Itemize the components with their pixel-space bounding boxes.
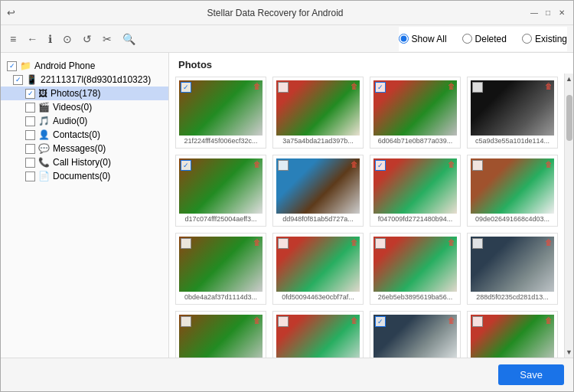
- main-area: ✓ 📁 Android Phone ✓ 📱 22111317l(8d9301d1…: [1, 53, 573, 358]
- filter-deleted[interactable]: Deleted: [462, 34, 507, 44]
- section-label: Photos: [169, 53, 573, 74]
- sidebar-item-photos[interactable]: ✓ 🖼 Photos(178): [1, 87, 168, 100]
- refresh-icon[interactable]: ↺: [80, 31, 95, 47]
- info-icon[interactable]: ℹ: [45, 31, 55, 47]
- sidebar-item-audio[interactable]: 🎵 Audio(0): [1, 114, 168, 128]
- sidebar-device[interactable]: ✓ 📱 22111317l(8d9301d10323): [1, 73, 168, 87]
- documents-checkbox[interactable]: [25, 172, 35, 181]
- photo-checkbox[interactable]: [278, 238, 289, 249]
- menu-icon[interactable]: ≡: [7, 31, 19, 47]
- scroll-down-arrow[interactable]: ▼: [564, 347, 573, 358]
- photo-thumbnail: ✓🗑: [373, 80, 457, 136]
- photo-item[interactable]: 🗑3a75a4bda21ad397b...: [272, 77, 364, 149]
- photo-checkbox[interactable]: [472, 316, 483, 327]
- filter-show-all[interactable]: Show All: [399, 34, 447, 44]
- photo-checkbox[interactable]: [472, 82, 483, 93]
- photo-checkbox[interactable]: [278, 82, 289, 93]
- photo-checkbox[interactable]: [375, 238, 386, 249]
- scan-icon[interactable]: ⊙: [60, 31, 75, 47]
- photo-delete-icon[interactable]: 🗑: [253, 82, 261, 90]
- back-icon[interactable]: ←: [24, 31, 41, 47]
- audio-checkbox[interactable]: [25, 116, 35, 126]
- sidebar-item-call-history[interactable]: 📞 Call History(0): [1, 155, 168, 169]
- photo-item[interactable]: ✓🗑f047009fd2721480b94...: [370, 155, 461, 227]
- photo-item[interactable]: 🗑3304edde4727d78185...: [175, 311, 266, 358]
- root-checkbox[interactable]: ✓: [7, 61, 17, 71]
- sidebar-item-documents[interactable]: 📄 Documents(0): [1, 169, 168, 183]
- photo-delete-icon[interactable]: 🗑: [545, 238, 553, 247]
- photo-item[interactable]: 🗑0bde4a2af37d1114d3...: [175, 233, 266, 305]
- cut-icon[interactable]: ✂: [99, 31, 115, 47]
- photos-checkbox[interactable]: ✓: [25, 89, 35, 99]
- photo-checkbox[interactable]: [181, 238, 191, 249]
- photo-checkbox[interactable]: [181, 316, 191, 327]
- photo-delete-icon[interactable]: 🗑: [545, 316, 553, 325]
- photo-delete-icon[interactable]: 🗑: [448, 316, 455, 325]
- photo-item[interactable]: 🗑26eb5eb3895619ba56...: [370, 233, 461, 305]
- photo-checkbox[interactable]: ✓: [181, 160, 191, 171]
- photo-item[interactable]: 🗑288d5f0235cd281d13...: [467, 233, 558, 305]
- photo-label: d17c074fff25004aeff3...: [179, 215, 263, 223]
- filter-show-all-label: Show All: [412, 34, 447, 44]
- close-button[interactable]: ✕: [556, 8, 567, 18]
- photo-item[interactable]: 🗑09de026491668c4d03...: [467, 155, 558, 227]
- photo-item[interactable]: ✓🗑21f224fff45f006ecf32c...: [175, 77, 266, 149]
- contacts-checkbox[interactable]: [25, 130, 35, 140]
- photo-checkbox[interactable]: [472, 160, 483, 171]
- photo-checkbox[interactable]: [278, 160, 289, 171]
- photo-thumbnail: 🗑: [179, 237, 263, 292]
- photo-delete-icon[interactable]: 🗑: [351, 82, 358, 90]
- scrollbar[interactable]: ▲ ▼: [564, 74, 573, 358]
- photo-delete-icon[interactable]: 🗑: [351, 160, 358, 168]
- device-checkbox[interactable]: ✓: [13, 75, 23, 85]
- photo-item[interactable]: 🗑3304edde4727d78185...: [467, 311, 558, 358]
- photo-checkbox[interactable]: [472, 238, 483, 249]
- photo-checkbox[interactable]: [278, 316, 289, 327]
- photo-checkbox[interactable]: ✓: [375, 160, 386, 171]
- videos-checkbox[interactable]: [25, 103, 35, 113]
- minimize-button[interactable]: —: [529, 8, 540, 18]
- filter-existing[interactable]: Existing: [522, 34, 567, 44]
- photo-delete-icon[interactable]: 🗑: [545, 82, 553, 90]
- photo-thumbnail: 🗑: [276, 237, 360, 292]
- sidebar-root[interactable]: ✓ 📁 Android Phone: [1, 59, 168, 73]
- photo-delete-icon[interactable]: 🗑: [448, 82, 455, 90]
- filter-bar: Show All Deleted Existing: [399, 27, 567, 51]
- photo-item[interactable]: ✓🗑6d064b71e0b877a039...: [370, 77, 461, 149]
- photo-item[interactable]: 🗑c5a9d3e55a101de114...: [467, 77, 558, 149]
- photo-grid: ✓🗑21f224fff45f006ecf32c...🗑3a75a4bda21ad…: [169, 74, 564, 358]
- photo-label: 3a75a4bda21ad397b...: [276, 137, 360, 145]
- sidebar-item-videos[interactable]: 🎬 Videos(0): [1, 100, 168, 114]
- callhistory-checkbox[interactable]: [25, 158, 35, 168]
- photo-item[interactable]: ✓🗑d17c074fff25004aeff3...: [175, 155, 266, 227]
- scroll-thumb[interactable]: [566, 95, 572, 141]
- photo-item[interactable]: 🗑0fd50094463e0cbf7af...: [272, 233, 364, 305]
- photo-delete-icon[interactable]: 🗑: [253, 160, 261, 168]
- photo-checkbox[interactable]: ✓: [181, 82, 191, 93]
- sidebar-item-contacts[interactable]: 👤 Contacts(0): [1, 128, 168, 142]
- photo-item[interactable]: 🗑2b5c270cfed71b7067...: [272, 311, 364, 358]
- maximize-button[interactable]: □: [543, 8, 553, 18]
- save-button[interactable]: Save: [498, 364, 564, 385]
- photo-checkbox[interactable]: ✓: [375, 316, 386, 327]
- photo-checkbox[interactable]: ✓: [375, 82, 386, 93]
- videos-icon: 🎬: [38, 102, 50, 113]
- photo-delete-icon[interactable]: 🗑: [351, 238, 358, 247]
- photo-label: 26eb5eb3895619ba56...: [373, 293, 457, 301]
- photo-thumbnail: 🗑: [373, 237, 457, 292]
- photo-label: 0fd50094463e0cbf7af...: [276, 293, 360, 301]
- search-icon[interactable]: 🔍: [119, 31, 139, 47]
- photo-thumbnail: 🗑: [471, 80, 554, 136]
- photo-delete-icon[interactable]: 🗑: [253, 238, 261, 247]
- photo-delete-icon[interactable]: 🗑: [253, 316, 261, 325]
- photo-delete-icon[interactable]: 🗑: [545, 160, 553, 168]
- scroll-up-arrow[interactable]: ▲: [564, 74, 573, 84]
- photo-item[interactable]: ✓🗑3101eaf065f9d5626cb...: [370, 311, 461, 358]
- photo-delete-icon[interactable]: 🗑: [448, 238, 455, 247]
- sidebar-item-messages[interactable]: 💬 Messages(0): [1, 142, 168, 155]
- messages-checkbox[interactable]: [25, 144, 35, 154]
- photo-item[interactable]: 🗑dd948f0f81ab5d727a...: [272, 155, 364, 227]
- photo-delete-icon[interactable]: 🗑: [351, 316, 358, 325]
- photo-delete-icon[interactable]: 🗑: [448, 160, 455, 168]
- messages-icon: 💬: [38, 143, 50, 154]
